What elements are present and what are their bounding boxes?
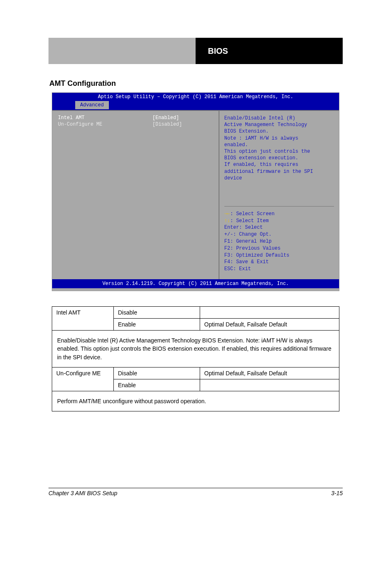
options-table: Intel AMT Disable Enable Optimal Default…	[52, 306, 339, 411]
footer-chapter: Chapter 3 AMI BIOS Setup	[48, 490, 118, 496]
nav-line: +/-: Change Opt.	[224, 231, 334, 238]
help-line: Note : iAMT H/W is always	[224, 135, 334, 142]
bios-footer: Version 2.14.1219. Copyright (C) 2011 Am…	[52, 279, 339, 288]
help-line: If enabled, this requires	[224, 161, 334, 168]
banner-right-block: BIOS	[196, 38, 343, 64]
chapter-banner: BIOS	[48, 38, 343, 64]
help-line: Enable/Disable Intel (R)	[224, 115, 334, 122]
bios-item-value: [Enabled]	[152, 115, 179, 121]
option-default	[200, 307, 339, 319]
option-default: Optimal Default, Failsafe Default	[200, 319, 339, 331]
nav-text: : Save & Exit	[230, 259, 269, 265]
nav-line: ↑↓: Select Item	[224, 218, 334, 225]
bios-nav-help: →←: Select Screen ↑↓: Select Item Enter:…	[224, 206, 334, 273]
nav-key: Enter	[224, 225, 239, 230]
bios-item[interactable]: Intel AMT [Enabled]	[58, 115, 213, 121]
page-footer: Chapter 3 AMI BIOS Setup 3-15	[48, 488, 343, 496]
option-default: Optimal Default, Failsafe Default	[200, 367, 339, 379]
help-line: This option just controls the	[224, 148, 334, 155]
nav-line: F1: General Help	[224, 238, 334, 245]
nav-line: F3: Optimized Defaults	[224, 252, 334, 259]
help-line: Active Management Technology	[224, 122, 334, 128]
nav-key: F2	[224, 246, 230, 251]
bios-title: Aptio Setup Utility – Copyright (C) 2011…	[52, 93, 339, 101]
nav-text: : Previous Values	[230, 246, 280, 251]
arrow-lr-icon: →←	[224, 211, 230, 217]
nav-key: F4	[224, 259, 230, 265]
option-val: Disable	[114, 367, 200, 379]
table-row: Perform AMT/ME unconfigure without passw…	[52, 391, 339, 411]
help-line: device	[224, 175, 334, 181]
nav-line: F4: Save & Exit	[224, 259, 334, 266]
bios-item-value: [Disabled]	[152, 122, 182, 127]
banner-title: BIOS	[208, 46, 228, 56]
bios-help-text: Enable/Disable Intel (R) Active Manageme…	[224, 115, 334, 181]
help-line: additional firmware in the SPI	[224, 168, 334, 175]
bios-item-label: Un-Configure ME	[58, 122, 152, 127]
nav-text: : Select Screen	[230, 211, 274, 217]
nav-text: : Select Item	[230, 218, 269, 224]
nav-line: ESC: Exit	[224, 266, 334, 273]
bios-left-pane: Intel AMT [Enabled] Un-Configure ME [Dis…	[52, 111, 219, 279]
option-name: Intel AMT	[52, 307, 114, 331]
option-name: Un-Configure ME	[52, 367, 114, 391]
nav-line: F2: Previous Values	[224, 245, 334, 252]
bios-window: Aptio Setup Utility – Copyright (C) 2011…	[52, 92, 339, 291]
table-row: Enable/Disable Intel (R) Active Manageme…	[52, 331, 339, 368]
bios-item-label: Intel AMT	[58, 115, 152, 121]
nav-line: →←: Select Screen	[224, 211, 334, 218]
banner-left-block	[48, 38, 196, 64]
bios-item[interactable]: Un-Configure ME [Disabled]	[58, 122, 213, 127]
nav-key: +/-	[224, 232, 233, 237]
nav-key: F3	[224, 253, 230, 258]
option-desc: Perform AMT/ME unconfigure without passw…	[52, 391, 339, 411]
nav-key: ESC	[224, 266, 233, 272]
nav-text: : Select	[239, 225, 263, 230]
bios-right-pane: Enable/Disable Intel (R) Active Manageme…	[219, 111, 339, 279]
option-default	[200, 379, 339, 391]
help-line: BIOS Extension.	[224, 128, 334, 135]
option-val: Enable	[114, 319, 200, 331]
bios-tab-row: Advanced	[52, 101, 339, 110]
table-row: Intel AMT Disable	[52, 307, 339, 319]
nav-text: : General Help	[230, 239, 272, 244]
arrow-ud-icon: ↑↓	[224, 218, 230, 224]
bios-tab-advanced[interactable]: Advanced	[75, 101, 109, 109]
option-desc: Enable/Disable Intel (R) Active Manageme…	[52, 331, 339, 368]
nav-text: : Optimized Defaults	[230, 253, 289, 258]
footer-page-number: 3-15	[331, 490, 343, 496]
nav-line: Enter: Select	[224, 224, 334, 231]
option-val: Enable	[114, 379, 200, 391]
section-heading: AMT Configuration	[49, 79, 116, 88]
option-val: Disable	[114, 307, 200, 319]
table-row: Un-Configure ME Disable Optimal Default,…	[52, 367, 339, 379]
nav-key: F1	[224, 239, 230, 244]
help-line: enabled.	[224, 142, 334, 148]
nav-text: : Exit	[233, 266, 251, 272]
help-line: BIOS extension execution.	[224, 155, 334, 161]
nav-text: : Change Opt.	[233, 232, 272, 237]
bios-main: Intel AMT [Enabled] Un-Configure ME [Dis…	[52, 110, 339, 279]
